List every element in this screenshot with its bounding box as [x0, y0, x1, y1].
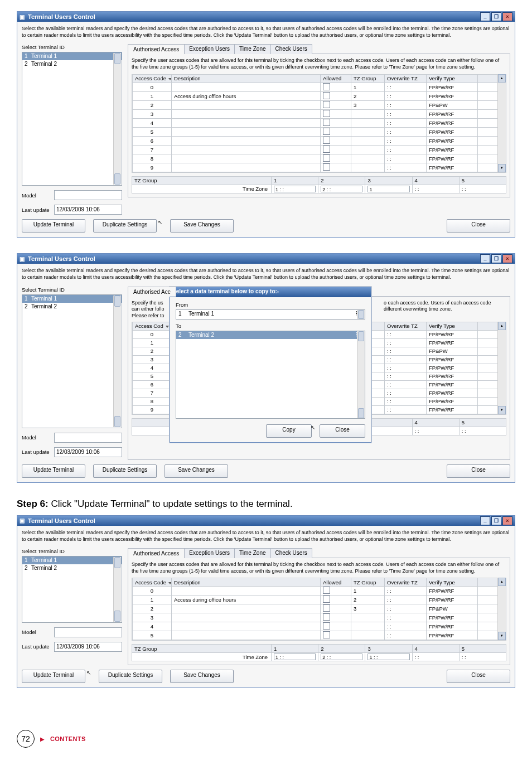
- allowed-checkbox[interactable]: [323, 622, 330, 630]
- close-button[interactable]: Close: [447, 670, 510, 683]
- table-row[interactable]: 2 3 : : FP&PW: [133, 604, 506, 613]
- table-row[interactable]: 7 : : FP/PW/RF: [133, 145, 506, 154]
- col-tz-group[interactable]: TZ Group: [351, 74, 385, 83]
- terminal-list-item[interactable]: 2 Terminal 2: [22, 564, 122, 572]
- col-overwrite-tz[interactable]: Overwrite TZ: [385, 322, 427, 330]
- allowed-checkbox[interactable]: [323, 163, 330, 171]
- allowed-checkbox[interactable]: [323, 83, 330, 90]
- to-listbox[interactable]: 2 Terminal 2 R2: [176, 331, 365, 419]
- grid-scrollbar[interactable]: ▴▾: [497, 322, 506, 414]
- maximize-button[interactable]: ❐: [491, 516, 501, 525]
- table-row[interactable]: 4 : : FP/PW/RF: [133, 118, 506, 127]
- col-description[interactable]: Description: [172, 578, 321, 587]
- tab-check-users[interactable]: Check Users: [270, 548, 312, 558]
- allowed-checkbox[interactable]: [323, 631, 330, 638]
- tab-exception-users[interactable]: Exception Users: [184, 548, 235, 558]
- close-window-button[interactable]: ×: [502, 516, 512, 525]
- terminal-list-item[interactable]: 1 Terminal 1: [22, 295, 122, 303]
- allowed-checkbox[interactable]: [323, 596, 330, 603]
- col-overwrite-tz[interactable]: Overwrite TZ: [385, 74, 427, 83]
- allowed-checkbox[interactable]: [323, 146, 330, 153]
- tz-input-3[interactable]: 1: [367, 186, 409, 192]
- table-row[interactable]: 3 : : FP/PW/RF: [133, 613, 506, 622]
- table-row[interactable]: 6 : : FP/PW/RF: [133, 136, 506, 145]
- model-field[interactable]: [54, 190, 122, 200]
- terminal-listbox[interactable]: 1 Terminal 1 2 Terminal 2: [22, 294, 122, 428]
- update-terminal-button[interactable]: Update Terminal: [22, 464, 85, 478]
- save-changes-button[interactable]: Save Changes: [165, 464, 228, 478]
- tz-input-1[interactable]: 1 : :: [274, 186, 316, 192]
- maximize-button[interactable]: ❐: [491, 12, 501, 21]
- table-row[interactable]: 4 : : FP/PW/RF: [133, 622, 506, 631]
- model-field[interactable]: [54, 627, 122, 637]
- close-button[interactable]: Close: [447, 464, 510, 478]
- scrollbar[interactable]: [357, 331, 365, 418]
- table-row[interactable]: 5 : : FP/PW/RF: [133, 631, 506, 640]
- tab-authorised-access[interactable]: Authorised Acc: [128, 287, 176, 297]
- maximize-button[interactable]: ❐: [491, 254, 501, 263]
- model-field[interactable]: [54, 433, 122, 443]
- terminal-list-item[interactable]: 1 Terminal 1: [22, 52, 122, 60]
- table-row[interactable]: 9 : : FP/PW/RF: [133, 163, 506, 172]
- duplicate-settings-button[interactable]: Duplicate Settings: [99, 670, 162, 683]
- table-row[interactable]: 1 Access during office hours 2 : : FP/PW…: [133, 596, 506, 604]
- col-access-code[interactable]: Access Code: [133, 578, 172, 587]
- allowed-checkbox[interactable]: [323, 613, 330, 621]
- terminal-listbox[interactable]: 1 Terminal 1 2 Terminal 2: [22, 52, 122, 186]
- grid-scrollbar[interactable]: ▴▾: [497, 578, 506, 640]
- minimize-button[interactable]: _: [480, 12, 490, 21]
- close-window-button[interactable]: ×: [502, 254, 512, 263]
- duplicate-settings-button[interactable]: Duplicate Settings: [93, 464, 157, 478]
- tz-input-2[interactable]: 2 : :: [321, 653, 362, 660]
- allowed-checkbox[interactable]: [323, 101, 330, 108]
- tz-input-1[interactable]: 1 : :: [274, 653, 316, 660]
- terminal-listbox[interactable]: 1 Terminal 1 2 Terminal 2: [22, 556, 122, 623]
- terminal-list-item[interactable]: 1 Terminal 1: [22, 556, 122, 564]
- list-item[interactable]: 1 Terminal 1 R2: [176, 310, 365, 318]
- listbox-scrollbar[interactable]: [113, 53, 121, 185]
- table-row[interactable]: 8 : : FP/PW/RF: [133, 154, 506, 163]
- copy-button[interactable]: Copy: [266, 424, 312, 438]
- terminal-list-item[interactable]: 2 Terminal 2: [22, 60, 122, 68]
- col-access-code[interactable]: Access Code: [133, 74, 172, 83]
- col-tz-group[interactable]: TZ Group: [351, 578, 385, 587]
- modal-close-button[interactable]: Close: [320, 424, 365, 438]
- allowed-checkbox[interactable]: [323, 110, 330, 117]
- col-access-code[interactable]: Access Cod: [133, 322, 172, 330]
- tz-input-2[interactable]: 2 : :: [321, 186, 362, 192]
- table-row[interactable]: 3 : : FP/PW/RF: [133, 109, 506, 118]
- minimize-button[interactable]: _: [480, 516, 490, 525]
- duplicate-settings-button[interactable]: Duplicate Settings: [93, 219, 157, 233]
- update-terminal-button[interactable]: Update Terminal: [22, 219, 85, 233]
- table-row[interactable]: 0 1 : : FP/PW/RF: [133, 83, 506, 91]
- col-allowed[interactable]: Allowed: [321, 74, 351, 83]
- table-row[interactable]: 5 : : FP/PW/RF: [133, 127, 506, 136]
- minimize-button[interactable]: _: [480, 254, 490, 263]
- col-description[interactable]: Description: [172, 74, 321, 83]
- table-row[interactable]: 0 1 : : FP/PW/RF: [133, 587, 506, 596]
- col-verify-type[interactable]: Verify Type: [427, 578, 478, 587]
- tab-time-zone[interactable]: Time Zone: [234, 548, 270, 558]
- allowed-checkbox[interactable]: [323, 587, 330, 594]
- save-changes-button[interactable]: Save Changes: [170, 670, 234, 683]
- terminal-list-item[interactable]: 2 Terminal 2: [22, 303, 122, 311]
- close-window-button[interactable]: ×: [502, 12, 512, 21]
- col-verify-type[interactable]: Verify Type: [427, 74, 478, 83]
- from-listbox[interactable]: 1 Terminal 1 R2: [176, 309, 365, 320]
- update-terminal-button[interactable]: Update Terminal: [22, 670, 85, 683]
- tz-input-3[interactable]: 1 : :: [367, 653, 409, 660]
- table-row[interactable]: 2 3 : : FP&PW: [133, 100, 506, 109]
- save-changes-button[interactable]: Save Changes: [170, 219, 234, 233]
- col-allowed[interactable]: Allowed: [321, 578, 351, 587]
- listbox-scrollbar[interactable]: [113, 296, 121, 427]
- list-item[interactable]: 2 Terminal 2 R2: [176, 331, 365, 339]
- tab-authorised-access[interactable]: Authorised Access: [128, 548, 185, 558]
- allowed-checkbox[interactable]: [323, 119, 330, 126]
- tab-check-users[interactable]: Check Users: [270, 44, 312, 54]
- tab-time-zone[interactable]: Time Zone: [234, 44, 270, 54]
- allowed-checkbox[interactable]: [323, 128, 330, 135]
- scrollbar[interactable]: [357, 310, 365, 319]
- tab-exception-users[interactable]: Exception Users: [184, 44, 235, 54]
- allowed-checkbox[interactable]: [323, 137, 330, 144]
- listbox-scrollbar[interactable]: [113, 557, 121, 622]
